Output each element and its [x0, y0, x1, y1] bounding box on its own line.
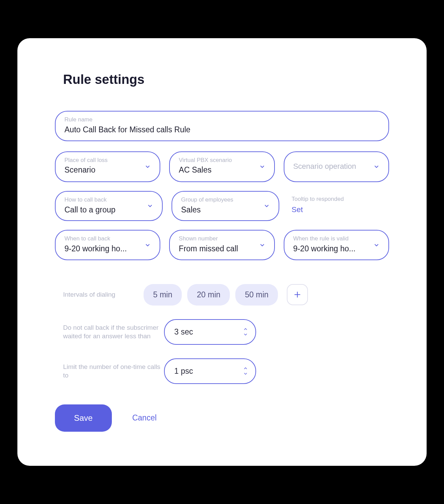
tooltip-responded-block: Tooltip to responded Set [288, 191, 389, 221]
interval-chip[interactable]: 5 min [144, 284, 182, 306]
place-of-call-loss-select[interactable]: Place of call loss Scenario [55, 151, 160, 182]
how-to-call-back-select[interactable]: How to call back Call to a group [55, 191, 163, 221]
limit-calls-label: Limit the number of one-time calls to [55, 362, 164, 380]
chevron-down-icon [264, 203, 270, 209]
group-of-employees-select[interactable]: Group of employees Sales [172, 191, 279, 221]
wait-threshold-stepper[interactable]: 3 sec [164, 319, 256, 345]
add-interval-button[interactable] [287, 284, 308, 305]
virtual-pbx-scenario-select[interactable]: Virtual PBX scenario AC Sales [169, 151, 275, 182]
group-of-employees-label: Group of employees [181, 196, 270, 203]
shown-number-select[interactable]: Shown number From missed call [169, 230, 275, 260]
chevron-down-icon[interactable] [243, 371, 248, 376]
wait-threshold-label: Do not call back if the subscrimer waite… [55, 323, 164, 341]
tooltip-responded-set-link[interactable]: Set [292, 205, 380, 214]
how-to-call-back-label: How to call back [64, 196, 153, 203]
intervals-dialing-label: Intervals of dialing [55, 290, 144, 299]
chevron-up-icon[interactable] [243, 327, 248, 331]
when-to-call-back-value: 9-20 working ho... [64, 244, 151, 254]
shown-number-value: From missed call [179, 244, 265, 254]
intervals-chips: 5 min 20 min 50 min [144, 284, 389, 306]
chevron-down-icon [145, 242, 151, 248]
limit-calls-value: 1 psc [174, 367, 193, 375]
rule-name-label: Rule name [64, 116, 380, 123]
when-rule-valid-select[interactable]: When the rule is valid 9-20 working ho..… [284, 230, 389, 260]
chevron-down-icon [145, 164, 151, 170]
when-rule-valid-label: When the rule is valid [293, 235, 380, 242]
when-to-call-back-select[interactable]: When to call back 9-20 working ho... [55, 230, 160, 260]
chevron-down-icon [373, 242, 380, 248]
virtual-pbx-scenario-value: AC Sales [179, 165, 265, 175]
scenario-operation-select[interactable]: Scenario operation [284, 151, 389, 182]
place-of-call-loss-value: Scenario [64, 165, 151, 175]
chevron-down-icon [259, 242, 265, 248]
page-title: Rule settings [63, 72, 389, 87]
chevron-down-icon [147, 203, 153, 209]
tooltip-responded-label: Tooltip to responded [292, 196, 380, 203]
when-to-call-back-label: When to call back [64, 235, 151, 242]
interval-chip[interactable]: 20 min [187, 284, 230, 306]
chevron-down-icon[interactable] [243, 332, 248, 337]
scenario-operation-placeholder: Scenario operation [293, 157, 380, 176]
wait-threshold-value: 3 sec [174, 327, 193, 336]
rule-settings-panel: Rule settings Rule name Auto Call Back f… [17, 38, 427, 465]
place-of-call-loss-label: Place of call loss [64, 157, 151, 164]
limit-calls-stepper[interactable]: 1 psc [164, 358, 256, 384]
interval-chip[interactable]: 50 min [235, 284, 278, 306]
how-to-call-back-value: Call to a group [64, 205, 153, 215]
plus-icon [293, 290, 302, 299]
rule-name-field[interactable]: Rule name Auto Call Back for Missed call… [55, 111, 389, 141]
cancel-button[interactable]: Cancel [132, 413, 157, 423]
chevron-down-icon [373, 164, 380, 170]
save-button[interactable]: Save [55, 404, 112, 432]
group-of-employees-value: Sales [181, 205, 270, 215]
chevron-up-icon[interactable] [243, 366, 248, 371]
when-rule-valid-value: 9-20 working ho... [293, 244, 380, 254]
rule-name-value: Auto Call Back for Missed calls Rule [64, 125, 380, 135]
chevron-down-icon [259, 164, 265, 170]
shown-number-label: Shown number [179, 235, 265, 242]
virtual-pbx-scenario-label: Virtual PBX scenario [179, 157, 265, 164]
